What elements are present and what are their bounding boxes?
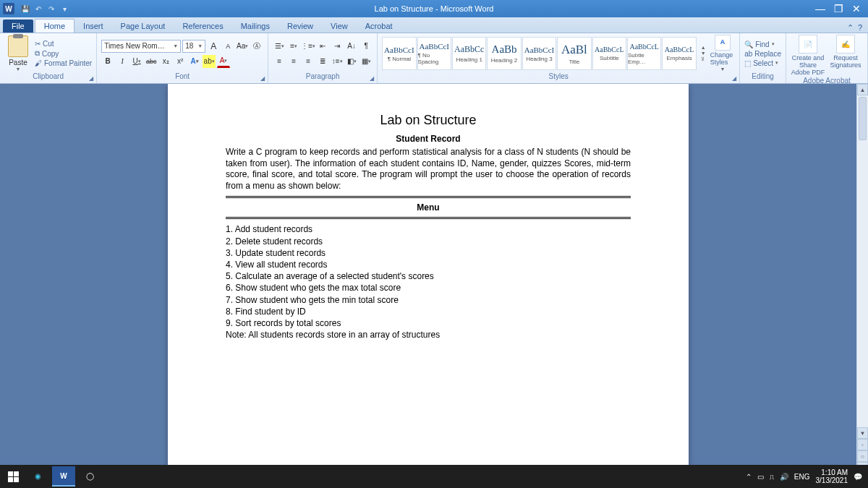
bold-button[interactable]: B [101, 55, 114, 68]
borders-button[interactable]: ▦▾ [359, 55, 373, 68]
scroll-down-button[interactable]: ▼ [857, 427, 868, 439]
change-styles-button[interactable]: A Change Styles▼ [710, 35, 735, 72]
font-name-selector[interactable]: Times New Rom…▼ [101, 40, 181, 53]
tray-chevron-icon[interactable]: ⌃ [746, 473, 752, 481]
save-icon[interactable]: 💾 [20, 4, 30, 14]
italic-button[interactable]: I [116, 55, 129, 68]
page[interactable]: Lab on Structure Student Record Write a … [168, 84, 689, 474]
undo-icon[interactable]: ↶ [33, 4, 43, 14]
redo-icon[interactable]: ↷ [46, 4, 56, 14]
strikethrough-button[interactable]: abc [145, 55, 158, 68]
tab-view[interactable]: View [322, 20, 357, 33]
scroll-thumb[interactable] [859, 97, 867, 140]
help-icon[interactable]: ? [858, 23, 862, 33]
taskbar-word[interactable]: W [52, 466, 75, 487]
styles-launcher-icon[interactable]: ◢ [732, 75, 736, 82]
prev-page-button[interactable]: ◦ [857, 439, 868, 450]
tab-home[interactable]: Home [35, 19, 75, 33]
shrink-font-button[interactable]: A [221, 40, 234, 53]
maximize-button[interactable]: ❐ [834, 3, 843, 14]
tray-date: 3/13/2021 [816, 476, 848, 484]
style-item-heading-3[interactable]: AaBbCcIHeading 3 [522, 37, 556, 70]
font-size-selector[interactable]: 18▼ [182, 40, 205, 53]
line-spacing-button[interactable]: ↕≡▾ [331, 55, 344, 68]
styles-scroll-down-icon[interactable]: ▼ [701, 51, 706, 56]
show-marks-button[interactable]: ¶ [359, 40, 373, 53]
align-right-button[interactable]: ≡ [302, 55, 315, 68]
format-painter-label: Format Painter [44, 59, 92, 67]
increase-indent-button[interactable]: ⇥ [331, 40, 344, 53]
menu-line: 2. Delete student records [226, 236, 631, 247]
copy-button[interactable]: ⧉Copy [35, 49, 92, 58]
minimize-button[interactable]: — [815, 3, 825, 14]
align-center-button[interactable]: ≡ [287, 55, 300, 68]
tab-acrobat[interactable]: Acrobat [357, 20, 401, 33]
styles-more-icon[interactable]: ⊻ [701, 56, 706, 62]
styles-scroll-up-icon[interactable]: ▲ [701, 45, 706, 50]
highlight-button[interactable]: ab▾ [203, 55, 216, 68]
clear-formatting-button[interactable]: Ⓐ [250, 40, 263, 53]
tab-insert[interactable]: Insert [75, 20, 112, 33]
numbering-button[interactable]: ≡▾ [287, 40, 300, 53]
request-signatures-button[interactable]: ✍ Request Signatures [828, 35, 863, 77]
paste-button[interactable]: Paste ▼ [4, 35, 32, 72]
shading-button[interactable]: ◧▾ [345, 55, 358, 68]
tab-mailings[interactable]: Mailings [232, 20, 278, 33]
style-item-heading-1[interactable]: AaBbCcHeading 1 [452, 37, 486, 70]
style-sample: AaBbCcL [595, 46, 624, 53]
document-area[interactable]: Lab on Structure Student Record Write a … [0, 84, 856, 474]
start-button[interactable] [3, 466, 23, 487]
tray-language[interactable]: ENG [794, 473, 810, 481]
replace-button[interactable]: abReplace [744, 50, 781, 58]
vertical-scrollbar[interactable]: ▲ ▼ ◦ ○ ◦ [856, 84, 868, 474]
ribbon-minimize-icon[interactable]: ⌃ [847, 23, 854, 33]
styles-gallery[interactable]: AaBbCcI¶ NormalAaBbCcI¶ No SpacingAaBbCc… [382, 37, 697, 70]
scroll-up-button[interactable]: ▲ [857, 84, 868, 95]
bullets-button[interactable]: ☰▾ [273, 40, 286, 53]
select-button[interactable]: ⬚Select▾ [744, 59, 781, 67]
justify-button[interactable]: ≣ [316, 55, 329, 68]
find-button[interactable]: 🔍Find▾ [744, 40, 781, 48]
style-item--no-spacing[interactable]: AaBbCcI¶ No Spacing [417, 37, 451, 70]
align-left-button[interactable]: ≡ [273, 55, 286, 68]
tray-wifi-icon[interactable]: ⎍ [770, 473, 774, 481]
underline-button[interactable]: U▾ [130, 55, 143, 68]
tray-battery-icon[interactable]: ▭ [757, 473, 764, 481]
taskbar-edge[interactable]: ◉ [26, 466, 49, 487]
browse-object-button[interactable]: ○ [857, 450, 868, 462]
change-case-button[interactable]: Aa▾ [236, 40, 249, 53]
superscript-button[interactable]: x² [174, 55, 187, 68]
paragraph-launcher-icon[interactable]: ◢ [370, 75, 374, 82]
format-painter-button[interactable]: 🖌Format Painter [35, 59, 92, 67]
tray-clock[interactable]: 1:10 AM 3/13/2021 [816, 468, 848, 484]
cut-button[interactable]: ✂Cut [35, 40, 92, 48]
font-color-button[interactable]: A▾ [217, 55, 230, 68]
tab-references[interactable]: References [174, 20, 231, 33]
tray-volume-icon[interactable]: 🔊 [780, 473, 788, 481]
tab-page-layout[interactable]: Page Layout [112, 20, 174, 33]
group-clipboard: Paste ▼ ✂Cut ⧉Copy 🖌Format Painter Clipb… [0, 33, 97, 83]
style-label: Title [569, 59, 579, 65]
subscript-button[interactable]: x₂ [159, 55, 172, 68]
style-item-title[interactable]: AaBlTitle [557, 37, 591, 70]
tray-notifications-icon[interactable]: 💬 [854, 473, 862, 481]
font-launcher-icon[interactable]: ◢ [260, 75, 265, 82]
tab-file[interactable]: File [3, 20, 33, 33]
tab-review[interactable]: Review [278, 20, 322, 33]
create-pdf-button[interactable]: 📄 Create and Share Adobe PDF [791, 35, 825, 77]
decrease-indent-button[interactable]: ⇤ [316, 40, 329, 53]
taskbar-chrome[interactable]: ◯ [78, 466, 101, 487]
request-signatures-label: Request Signatures [828, 55, 863, 69]
clipboard-launcher-icon[interactable]: ◢ [89, 75, 93, 82]
grow-font-button[interactable]: A [207, 40, 220, 53]
multilevel-list-button[interactable]: ⋮≡▾ [302, 40, 315, 53]
sort-button[interactable]: A↓ [345, 40, 358, 53]
close-button[interactable]: ✕ [852, 3, 861, 14]
text-effects-button[interactable]: A▾ [188, 55, 201, 68]
qat-customize-icon[interactable]: ▾ [59, 4, 69, 14]
style-item-heading-2[interactable]: AaBbHeading 2 [487, 37, 521, 70]
style-item--normal[interactable]: AaBbCcI¶ Normal [382, 37, 416, 70]
style-item-emphasis[interactable]: AaBbCcLEmphasis [662, 37, 696, 70]
style-item-subtle-emp-[interactable]: AaBbCcLSubtle Emp… [627, 37, 661, 70]
style-item-subtitle[interactable]: AaBbCcLSubtitle [592, 37, 626, 70]
